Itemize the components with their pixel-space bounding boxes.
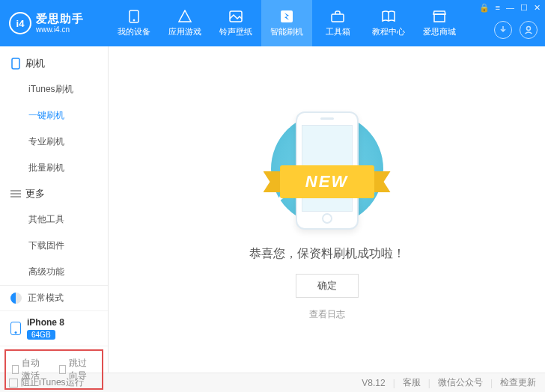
device-name: iPhone 8	[27, 317, 64, 328]
phone-icon	[126, 10, 142, 23]
mode-icon	[10, 293, 22, 304]
flash-icon	[278, 10, 295, 23]
sidebar-group-title: 更多	[25, 187, 45, 200]
device-icon	[10, 322, 21, 335]
success-illustration: ✦ ✦ ✦ ✦ NEW	[245, 105, 409, 233]
device-storage-badge: 64GB	[27, 330, 55, 340]
nav-label: 教程中心	[372, 26, 405, 37]
sidebar-item-pro-flash[interactable]: 专业刷机	[0, 129, 108, 155]
apps-icon	[177, 10, 193, 23]
phone-small-icon	[10, 58, 21, 69]
svg-point-1	[133, 19, 135, 21]
sparkle-icon: ✦	[281, 120, 290, 135]
main-content: ✦ ✦ ✦ ✦ NEW 恭喜您，保资料刷机成功啦！ 确定 查看日志	[109, 46, 545, 373]
nav-store[interactable]: 爱思商城	[414, 0, 465, 46]
support-link[interactable]: 客服	[403, 376, 421, 389]
store-icon	[431, 10, 448, 23]
nav-label: 工具箱	[326, 26, 350, 37]
nav-label: 我的设备	[118, 26, 150, 37]
nav-label: 爱思商城	[423, 26, 456, 37]
device-mode-label: 正常模式	[28, 292, 64, 304]
sidebar-item-download-firmware[interactable]: 下载固件	[0, 233, 108, 259]
new-ribbon: NEW	[264, 165, 391, 198]
nav-tutorials[interactable]: 教程中心	[363, 0, 414, 46]
sparkle-icon: ✦	[364, 116, 374, 130]
svg-point-7	[527, 27, 531, 31]
wallpaper-icon	[228, 10, 244, 23]
sidebar: 刷机 iTunes刷机 一键刷机 专业刷机 批量刷机 更多 其他工具 下载固件 …	[0, 46, 109, 373]
sidebar-item-oneclick-flash[interactable]: 一键刷机	[0, 102, 108, 129]
close-icon[interactable]: ✕	[534, 3, 541, 13]
device-mode[interactable]: 正常模式	[0, 286, 108, 311]
toolbox-icon	[329, 10, 346, 23]
success-message: 恭喜您，保资料刷机成功啦！	[249, 246, 405, 262]
logo: i4 爱思助手 www.i4.cn	[0, 12, 109, 34]
nav-apps-games[interactable]: 应用游戏	[159, 0, 210, 46]
app-header: i4 爱思助手 www.i4.cn 我的设备 应用游戏 铃声壁纸 智能刷机 工具…	[0, 0, 545, 46]
wechat-link[interactable]: 微信公众号	[438, 376, 483, 389]
sidebar-item-batch-flash[interactable]: 批量刷机	[0, 155, 108, 181]
nav-label: 智能刷机	[270, 26, 303, 37]
nav-my-device[interactable]: 我的设备	[109, 0, 159, 46]
logo-title: 爱思助手	[36, 13, 84, 25]
book-icon	[380, 10, 397, 23]
lock-icon[interactable]: 🔒	[479, 3, 490, 13]
top-nav: 我的设备 应用游戏 铃声壁纸 智能刷机 工具箱 教程中心 爱思商城	[109, 0, 465, 46]
block-itunes-checkbox[interactable]: 阻止iTunes运行	[9, 376, 84, 389]
checkbox-label: 阻止iTunes运行	[21, 376, 84, 389]
logo-subtitle: www.i4.cn	[36, 25, 84, 34]
sidebar-group-flash[interactable]: 刷机	[0, 51, 108, 76]
version-label: V8.12	[362, 378, 385, 388]
sidebar-item-advanced[interactable]: 高级功能	[0, 259, 108, 285]
check-update-link[interactable]: 检查更新	[500, 376, 536, 389]
svg-rect-6	[434, 14, 445, 22]
nav-ringtones-wallpapers[interactable]: 铃声壁纸	[210, 0, 261, 46]
sidebar-item-other-tools[interactable]: 其他工具	[0, 206, 108, 233]
svg-rect-4	[332, 14, 344, 22]
ribbon-text: NEW	[280, 165, 374, 198]
download-icon[interactable]	[494, 21, 512, 39]
list-icon	[10, 189, 21, 199]
ok-button[interactable]: 确定	[296, 274, 359, 298]
logo-icon: i4	[9, 12, 31, 34]
maximize-icon[interactable]: ☐	[520, 3, 528, 13]
view-log-link[interactable]: 查看日志	[309, 308, 345, 321]
sidebar-item-itunes-flash[interactable]: iTunes刷机	[0, 76, 108, 102]
connected-device[interactable]: iPhone 8 64GB	[0, 311, 108, 346]
nav-label: 铃声壁纸	[219, 26, 252, 37]
sidebar-group-more[interactable]: 更多	[0, 181, 108, 206]
minimize-icon[interactable]: —	[506, 3, 514, 13]
menu-icon[interactable]: ≡	[496, 3, 500, 13]
sidebar-group-title: 刷机	[25, 57, 45, 70]
nav-toolbox[interactable]: 工具箱	[312, 0, 363, 46]
svg-rect-8	[12, 58, 19, 69]
nav-label: 应用游戏	[168, 26, 201, 37]
nav-smart-flash[interactable]: 智能刷机	[261, 0, 312, 46]
window-controls: 🔒 ≡ — ☐ ✕	[479, 3, 541, 13]
user-icon[interactable]	[520, 21, 538, 39]
